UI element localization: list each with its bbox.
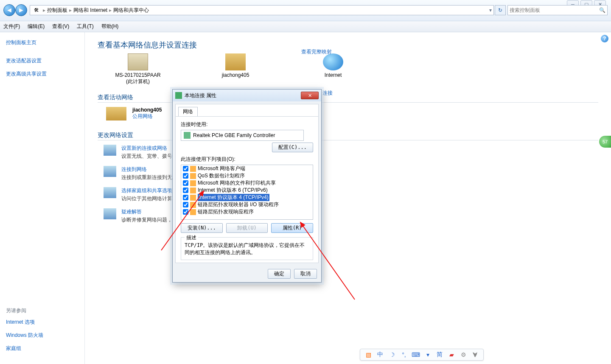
sidebar: 控制面板主页 更改适配器设置 更改高级共享设置 另请参阅 Internet 选项…: [0, 32, 85, 364]
tray-expand-icon[interactable]: ⮟: [471, 351, 479, 358]
router-icon: [225, 53, 246, 70]
task-desc: 诊断并修复网络问题，: [121, 216, 172, 224]
node-this-pc: MS-20170215PAAR (此计算机): [115, 53, 161, 85]
node-pc-sublabel: (此计算机): [126, 78, 150, 85]
install-button[interactable]: 安装(N)...: [181, 223, 223, 233]
protocol-label: 链路层拓扑发现映射器 I/O 驱动程序: [198, 201, 279, 208]
dialog-body: 网络 连接时使用: Realtek PCIe GBE Family Contro…: [175, 104, 319, 263]
menu-file[interactable]: 文件(F): [3, 23, 20, 30]
tray-lang-zh[interactable]: 中: [376, 351, 384, 358]
protocol-icon: [190, 209, 196, 215]
crumb-mid[interactable]: 网络和 Internet: [73, 7, 107, 14]
cancel-button[interactable]: 取消: [294, 269, 317, 279]
task-desc: 设置无线、宽带、拨号: [121, 153, 172, 160]
task-icon: [104, 166, 116, 177]
see-also-homegroup[interactable]: 家庭组: [6, 345, 43, 352]
forward-button[interactable]: ►: [15, 4, 27, 16]
content-pane: ? 查看基本网络信息并设置连接 MS-20170215PAAR (此计算机) j…: [85, 32, 611, 364]
menu-help[interactable]: 帮助(H): [101, 23, 119, 30]
tab-network[interactable]: 网络: [178, 107, 198, 116]
task-icon: [104, 208, 116, 219]
description-text: TCP/IP。该协议是默认的广域网络协议，它提供在不同的相互连接的网络上的通讯。: [185, 242, 309, 256]
tray-rec-icon[interactable]: ▰: [448, 351, 455, 358]
sidebar-home[interactable]: 控制面板主页: [6, 39, 78, 46]
sidebar-advanced-sharing[interactable]: 更改高级共享设置: [6, 70, 78, 78]
protocol-label: Microsoft 网络客户端: [198, 165, 245, 172]
back-button[interactable]: ◄: [3, 4, 15, 16]
connection-properties-dialog: 本地连接 属性 ✕ 网络 连接时使用: Realtek PCIe GBE Fam…: [172, 89, 322, 283]
uninstall-button[interactable]: 卸载(U): [226, 223, 268, 233]
protocol-icon: [190, 166, 196, 172]
address-bar[interactable]: 🛠 ▸ 控制面板 ▸ 网络和 Internet ▸ 网络和共享中心 ▾: [30, 5, 494, 15]
protocol-label: QoS 数据包计划程序: [198, 172, 245, 179]
ok-button[interactable]: 确定: [268, 269, 291, 279]
tray-ime-icon[interactable]: ▧: [364, 351, 372, 358]
tray-punct-icon[interactable]: °,: [400, 351, 408, 358]
protocol-icon: [190, 180, 196, 186]
dialog-close-button[interactable]: ✕: [301, 92, 319, 99]
tray-keyboard-icon[interactable]: ⌨: [412, 351, 420, 358]
search-icon: 🔍: [599, 7, 605, 13]
pc-icon: [128, 53, 148, 70]
item-checkbox[interactable]: [183, 180, 188, 186]
connect-using-label: 连接时使用:: [181, 121, 313, 128]
tray-gear-icon[interactable]: ⚙: [460, 351, 467, 358]
side-badge[interactable]: 57: [599, 136, 611, 148]
item-checkbox[interactable]: [183, 188, 188, 193]
menu-view[interactable]: 查看(V): [52, 23, 69, 30]
crumb-leaf[interactable]: 网络和共享中心: [113, 7, 149, 14]
see-also-firewall[interactable]: Windows 防火墙: [6, 332, 43, 339]
items-listbox[interactable]: Microsoft 网络客户端 QoS 数据包计划程序 Microsoft 网络…: [181, 165, 313, 220]
protocol-item[interactable]: 链路层拓扑发现响应程序: [181, 208, 313, 216]
item-checkbox[interactable]: [183, 166, 188, 171]
tray-simp-icon[interactable]: 简: [436, 351, 443, 358]
protocol-item[interactable]: Microsoft 网络的文件和打印机共享: [181, 179, 313, 187]
search-box[interactable]: 搜索控制面板 🔍: [507, 5, 608, 15]
protocol-label: Internet 协议版本 6 (TCP/IPv6): [198, 187, 268, 194]
see-also-internet-options[interactable]: Internet 选项: [6, 319, 43, 326]
description-label: 描述: [185, 234, 198, 241]
ime-tray[interactable]: ▧ 中 ☽ °, ⌨ ▾ 简 ▰ ⚙ ⮟: [360, 349, 484, 361]
dialog-icon: [175, 92, 182, 99]
task-title[interactable]: 设置新的连接或网络: [121, 145, 172, 152]
sidebar-see-also: 另请参阅 Internet 选项 Windows 防火墙 家庭组: [6, 307, 43, 358]
protocol-item[interactable]: Internet 协议版本 4 (TCP/IPv4): [181, 194, 313, 201]
bench-icon: [106, 107, 126, 120]
properties-button[interactable]: 属性(R): [271, 223, 313, 233]
item-checkbox[interactable]: [183, 209, 188, 215]
breadcrumb-separator: ▸: [109, 7, 112, 13]
active-network-type[interactable]: 公用网络: [132, 113, 162, 120]
address-dropdown-icon[interactable]: ▾: [489, 7, 492, 13]
task-icon: [104, 145, 116, 156]
see-also-header: 另请参阅: [6, 307, 43, 314]
protocol-item[interactable]: 链路层拓扑发现映射器 I/O 驱动程序: [181, 201, 313, 208]
tray-dropdown-icon[interactable]: ▾: [424, 351, 432, 358]
adapter-field[interactable]: Realtek PCIe GBE Family Controller: [181, 130, 304, 141]
view-full-map-link[interactable]: 查看完整映射: [301, 48, 332, 56]
task-icon: [104, 187, 116, 198]
protocol-item[interactable]: Internet 协议版本 6 (TCP/IPv6): [181, 187, 313, 194]
dialog-titlebar[interactable]: 本地连接 属性 ✕: [173, 90, 321, 101]
node-pc-label: MS-20170215PAAR: [115, 72, 160, 78]
tray-moon-icon[interactable]: ☽: [388, 351, 396, 358]
explorer-chrome: ─ ▢ ✕ ◄ ► 🛠 ▸ 控制面板 ▸ 网络和 Internet ▸ 网络和共…: [0, 0, 611, 21]
sidebar-adapter-settings[interactable]: 更改适配器设置: [6, 57, 78, 64]
help-icon[interactable]: ?: [601, 35, 608, 42]
task-title[interactable]: 选择家庭组和共享选项: [121, 187, 172, 194]
protocol-label: Internet 协议版本 4 (TCP/IPv4): [198, 194, 269, 201]
network-map: MS-20170215PAAR (此计算机) jiachong405 Inter…: [115, 53, 598, 85]
item-checkbox[interactable]: [183, 195, 188, 200]
task-title[interactable]: 连接到网络: [121, 166, 172, 173]
protocol-item[interactable]: QoS 数据包计划程序: [181, 172, 313, 179]
item-checkbox[interactable]: [183, 173, 188, 179]
configure-button[interactable]: 配置(C)...: [272, 143, 313, 152]
menu-tools[interactable]: 工具(T): [77, 23, 93, 30]
refresh-button[interactable]: ↻: [495, 5, 506, 15]
menu-edit[interactable]: 编辑(E): [28, 23, 45, 30]
protocol-item[interactable]: Microsoft 网络客户端: [181, 165, 313, 172]
connect-link[interactable]: 连接: [322, 90, 333, 97]
node-router-label: jiachong405: [222, 72, 249, 78]
item-checkbox[interactable]: [183, 202, 188, 207]
crumb-root[interactable]: 控制面板: [47, 7, 67, 14]
task-title[interactable]: 疑难解答: [121, 208, 172, 216]
